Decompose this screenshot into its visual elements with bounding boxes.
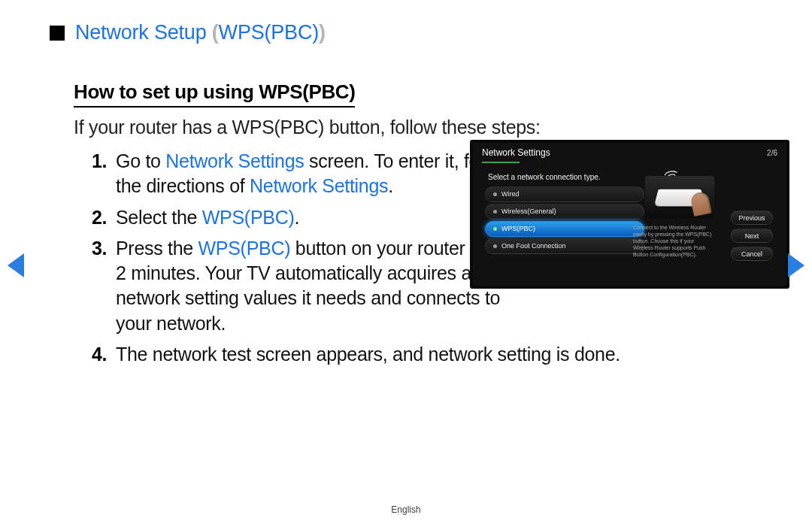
panel-title-underline — [482, 162, 520, 163]
intro-text: If your router has a WPS(PBC) button, fo… — [74, 117, 767, 138]
step3-link-wpspbc: WPS(PBC) — [198, 238, 291, 259]
radio-dot-icon — [493, 244, 497, 248]
previous-button[interactable]: Previous — [731, 210, 773, 225]
step1-link-network-settings-2: Network Settings — [250, 175, 388, 196]
step4-t1: The network test screen appears, and net… — [116, 344, 620, 365]
title-prefix: Network Setup — [75, 21, 212, 44]
next-page-arrow-icon[interactable] — [788, 253, 804, 277]
connection-type-list: Wired Wireless(General) WPS(PBC) One Foo… — [485, 186, 644, 256]
page: Network Setup (WPS(PBC)) How to set up u… — [0, 0, 812, 530]
panel-title: Network Settings — [482, 147, 550, 158]
option-wired[interactable]: Wired — [485, 186, 644, 202]
radio-dot-icon — [493, 210, 497, 214]
option-one-foot[interactable]: One Foot Connection — [485, 238, 644, 254]
network-settings-screenshot: Network Settings 2/6 Select a network co… — [470, 140, 789, 289]
next-button[interactable]: Next — [731, 229, 773, 243]
language-label: English — [0, 504, 812, 515]
step3-t1: Press the — [116, 238, 198, 259]
step1-t1: Go to — [116, 150, 165, 171]
square-bullet-icon — [50, 26, 65, 41]
panel-buttons: Previous Next Cancel — [731, 210, 773, 265]
router-illustration — [645, 176, 714, 218]
section-heading: Network Setup (WPS(PBC)) — [50, 21, 767, 44]
step2-t2: . — [294, 207, 299, 228]
title-paren-open: ( — [212, 21, 219, 44]
title-paren-close: ) — [319, 21, 326, 44]
option-wireless-general[interactable]: Wireless(General) — [485, 204, 644, 220]
panel-description: Connect to the Wireless Router easily by… — [633, 224, 714, 258]
step-4: The network test screen appears, and net… — [92, 342, 767, 367]
option-wired-label: Wired — [501, 186, 520, 202]
subsection-heading: How to set up using WPS(PBC) — [74, 80, 355, 108]
step2-link-wpspbc: WPS(PBC) — [202, 207, 295, 228]
radio-dot-icon — [493, 227, 497, 231]
option-wpspbc-label: WPS(PBC) — [501, 221, 535, 237]
option-wireless-label: Wireless(General) — [501, 204, 556, 220]
step1-t3: . — [388, 175, 393, 196]
step1-link-network-settings: Network Settings — [165, 150, 304, 171]
radio-dot-icon — [493, 192, 497, 196]
step2-t1: Select the — [116, 207, 202, 228]
option-wpspbc[interactable]: WPS(PBC) — [485, 221, 644, 237]
title-mode: WPS(PBC) — [219, 21, 319, 44]
prev-page-arrow-icon[interactable] — [8, 253, 24, 277]
cancel-button[interactable]: Cancel — [731, 247, 773, 261]
panel-pager: 2/6 — [767, 149, 777, 157]
option-onefoot-label: One Foot Connection — [501, 238, 566, 254]
finger-icon — [689, 191, 712, 217]
panel-subtitle: Select a network connection type. — [488, 173, 601, 181]
panel-inner: Network Settings 2/6 Select a network co… — [473, 143, 786, 286]
